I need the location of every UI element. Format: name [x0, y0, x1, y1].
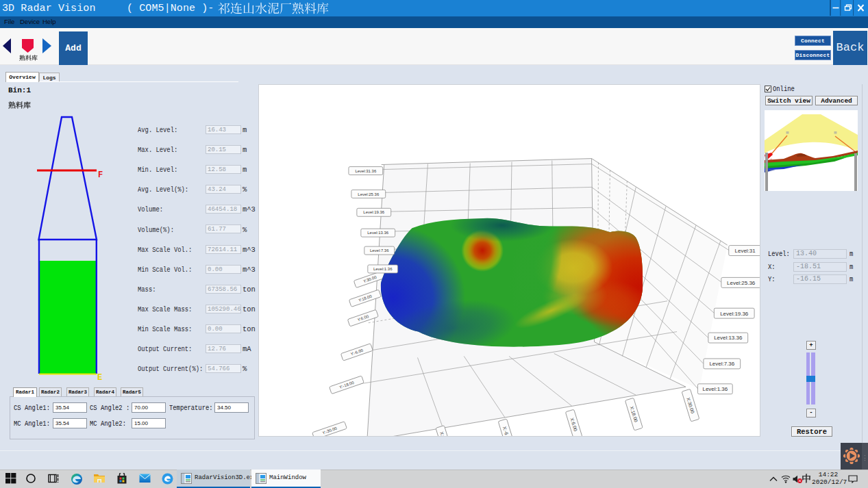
svg-text:Level:31.36: Level:31.36 [355, 169, 377, 173]
svg-text:Level:13.36: Level:13.36 [714, 335, 743, 341]
svg-text:Level:1.36: Level:1.36 [373, 267, 393, 271]
svg-text:Level:25.36: Level:25.36 [358, 192, 380, 196]
svg-text:Level:19.36: Level:19.36 [720, 311, 749, 317]
svg-text:Level:31: Level:31 [735, 248, 756, 254]
svg-text:Level:19.36: Level:19.36 [363, 210, 385, 214]
svg-text:Level:13.36: Level:13.36 [367, 231, 389, 235]
svg-text:Level:25.36: Level:25.36 [727, 280, 756, 286]
svg-text:Level:7.36: Level:7.36 [370, 248, 389, 253]
svg-text:Level:7.36: Level:7.36 [709, 361, 734, 367]
svg-text:Level:1.36: Level:1.36 [702, 386, 728, 392]
